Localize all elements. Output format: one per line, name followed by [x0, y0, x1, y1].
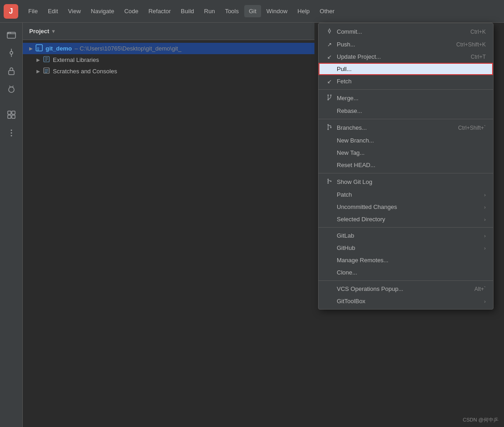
gittoolbox-arrow: › — [484, 299, 486, 304]
menu-bar: J File Edit View Navigate Code Refactor … — [0, 0, 504, 23]
separator-1 — [319, 89, 493, 90]
svg-point-5 — [9, 87, 14, 92]
svg-rect-8 — [8, 115, 11, 118]
github-arrow: › — [484, 245, 486, 251]
svg-point-23 — [329, 30, 331, 32]
patch-arrow: › — [484, 192, 486, 198]
fetch-menu-icon: ↙ — [326, 78, 333, 85]
tree-item-scratches[interactable]: ▶ Scratches and Consoles — [23, 66, 314, 77]
menu-navigate[interactable]: Navigate — [86, 5, 118, 17]
menu-item-github[interactable]: GitHub › — [319, 242, 493, 254]
menu-item-pull[interactable]: Pull... — [319, 63, 493, 75]
git-log-icon — [326, 178, 333, 186]
separator-5 — [319, 280, 493, 281]
svg-text:g: g — [37, 46, 39, 51]
menu-build[interactable]: Build — [176, 5, 199, 17]
rebase-label: Rebase... — [337, 107, 486, 114]
menu-item-manage-remotes[interactable]: Manage Remotes... — [319, 254, 493, 266]
menu-help[interactable]: Help — [293, 5, 314, 17]
menu-item-rebase[interactable]: Rebase... — [319, 105, 493, 117]
svg-point-30 — [328, 99, 329, 101]
svg-point-10 — [10, 130, 12, 131]
menu-other[interactable]: Other — [315, 5, 339, 17]
svg-point-37 — [328, 179, 329, 180]
show-git-log-label: Show Git Log — [337, 178, 486, 185]
selected-dir-label: Selected Directory — [337, 216, 480, 223]
menu-item-gittoolbox[interactable]: GitToolBox › — [319, 295, 493, 307]
project-chevron: ▾ — [52, 28, 55, 35]
menu-tools[interactable]: Tools — [221, 5, 243, 17]
git-dropdown-menu: Commit... Ctrl+K ↗ Push... Ctrl+Shift+K … — [318, 23, 494, 310]
git-repo-icon: g — [36, 44, 43, 53]
menu-window[interactable]: Window — [262, 5, 292, 17]
menu-git[interactable]: Git — [244, 5, 261, 17]
menu-item-new-branch[interactable]: New Branch... — [319, 134, 493, 147]
svg-rect-7 — [12, 111, 15, 114]
menu-item-new-tag[interactable]: New Tag... — [319, 147, 493, 159]
svg-point-35 — [330, 127, 332, 128]
uncommitted-arrow: › — [484, 204, 486, 210]
app-logo: J — [4, 4, 18, 19]
tree-item-git-demo[interactable]: ▶ g git_demo – C:\Users\10765\Desktop\gi… — [23, 43, 314, 54]
sidebar-commit-btn[interactable] — [3, 45, 20, 61]
manage-remotes-label: Manage Remotes... — [337, 257, 486, 264]
new-branch-label: New Branch... — [337, 137, 486, 144]
scratches-label: Scratches and Consoles — [53, 68, 117, 75]
commit-shortcut: Ctrl+K — [470, 29, 486, 35]
menu-item-uncommitted[interactable]: Uncommitted Changes › — [319, 201, 493, 213]
clone-label: Clone... — [337, 269, 486, 276]
menu-item-reset-head[interactable]: Reset HEAD... — [319, 159, 493, 171]
menu-file[interactable]: File — [24, 5, 42, 17]
menu-item-patch[interactable]: Patch › — [319, 188, 493, 201]
expand-arrow-ext: ▶ — [36, 57, 40, 62]
fetch-label: Fetch — [337, 78, 486, 85]
menu-item-merge[interactable]: Merge... — [319, 92, 493, 105]
svg-point-40 — [328, 183, 329, 184]
reset-head-label: Reset HEAD... — [337, 162, 486, 168]
github-label: GitHub — [337, 244, 480, 251]
menu-item-vcs-popup[interactable]: VCS Operations Popup... Alt+` — [319, 283, 493, 295]
menu-item-clone[interactable]: Clone... — [319, 266, 493, 279]
tree-area: ▶ g git_demo – C:\Users\10765\Desktop\gi… — [23, 40, 314, 427]
commit-menu-icon — [326, 28, 333, 36]
menu-view[interactable]: View — [63, 5, 85, 17]
svg-point-12 — [10, 135, 12, 137]
menu-item-selected-dir[interactable]: Selected Directory › — [319, 213, 493, 225]
svg-rect-0 — [7, 32, 15, 38]
sidebar-more-btn[interactable] — [3, 125, 20, 141]
gitlab-arrow: › — [484, 233, 486, 239]
svg-point-34 — [328, 124, 329, 126]
commit-label: Commit... — [337, 28, 467, 35]
menu-code[interactable]: Code — [120, 5, 143, 17]
svg-point-28 — [328, 95, 329, 96]
svg-point-36 — [328, 129, 329, 130]
pull-label: Pull... — [337, 66, 482, 72]
branches-menu-icon — [326, 124, 333, 132]
branches-shortcut: Ctrl+Shift+` — [458, 125, 486, 131]
svg-point-1 — [10, 51, 13, 54]
menu-item-gitlab[interactable]: GitLab › — [319, 229, 493, 242]
git-demo-path: – C:\Users\10765\Desktop\git_demo\git_ — [75, 45, 181, 52]
menu-edit[interactable]: Edit — [43, 5, 62, 17]
separator-2 — [319, 119, 493, 119]
svg-point-11 — [10, 132, 12, 134]
menu-item-update-project[interactable]: ↙ Update Project... Ctrl+T — [319, 51, 493, 63]
project-header: Project ▾ — [23, 23, 314, 40]
sidebar-folder-btn[interactable] — [3, 26, 20, 43]
menu-item-fetch[interactable]: ↙ Fetch — [319, 75, 493, 87]
tree-item-external-libraries[interactable]: ▶ External Libraries — [23, 54, 314, 66]
sidebar-lock-btn[interactable] — [3, 63, 20, 79]
project-panel: Project ▾ ▶ g git_demo – C:\Users\10765\… — [23, 23, 314, 427]
sidebar-grid-btn[interactable] — [3, 107, 20, 123]
menu-item-push[interactable]: ↗ Push... Ctrl+Shift+K — [319, 38, 493, 51]
push-shortcut: Ctrl+Shift+K — [456, 41, 486, 48]
sidebar-cat-btn[interactable] — [3, 81, 20, 97]
menu-refactor[interactable]: Refactor — [144, 5, 175, 17]
menu-run[interactable]: Run — [200, 5, 220, 17]
menu-item-show-git-log[interactable]: Show Git Log — [319, 175, 493, 188]
menu-item-commit[interactable]: Commit... Ctrl+K — [319, 25, 493, 38]
svg-point-29 — [330, 95, 332, 96]
menu-item-branches[interactable]: Branches... Ctrl+Shift+` — [319, 121, 493, 134]
push-label: Push... — [337, 41, 453, 48]
merge-label: Merge... — [337, 95, 486, 102]
